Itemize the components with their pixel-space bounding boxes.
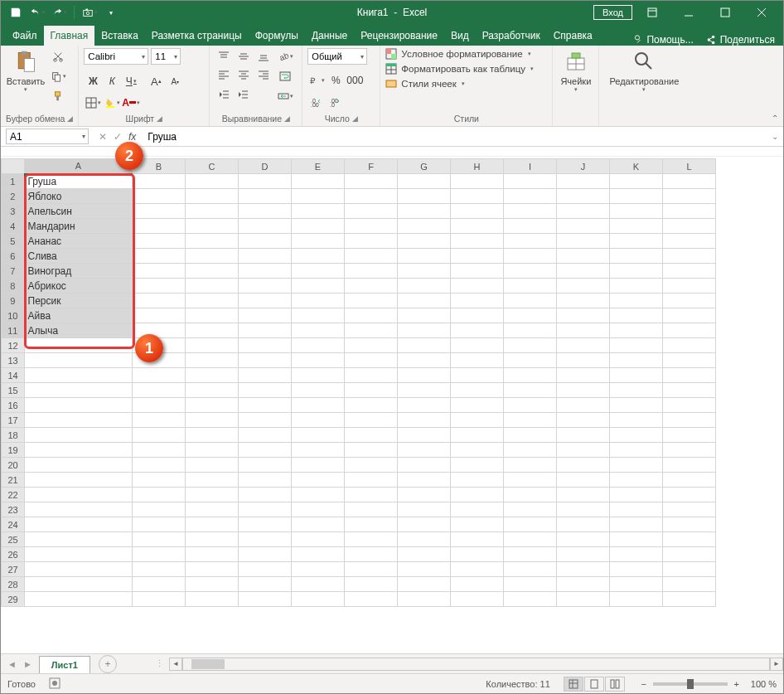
cell[interactable] [133,189,186,204]
cell[interactable] [239,577,292,592]
cell[interactable] [25,562,133,577]
cell[interactable] [133,473,186,488]
cell[interactable] [663,294,716,308]
cell[interactable] [133,294,186,308]
cell[interactable] [610,323,663,338]
cell[interactable] [239,458,292,473]
cell[interactable]: Апельсин [25,204,133,219]
cell[interactable] [186,502,239,517]
cell[interactable] [610,353,663,368]
cell[interactable] [239,234,292,249]
percent-icon[interactable]: % [327,71,345,90]
row-header[interactable]: 23 [2,502,25,517]
cell[interactable] [663,577,716,592]
col-header-G[interactable]: G [398,159,451,174]
cell[interactable] [398,294,451,308]
ribbon-tab-вид[interactable]: Вид [444,26,476,46]
cell[interactable] [398,577,451,592]
cell[interactable] [345,517,398,532]
cell[interactable] [133,547,186,562]
cell[interactable] [663,547,716,562]
cell[interactable] [133,308,186,323]
cell[interactable] [133,368,186,383]
cell[interactable] [663,204,716,219]
col-header-H[interactable]: H [451,159,504,174]
cell[interactable] [451,592,504,607]
paste-button[interactable]: Вставить ▾ [6,48,46,93]
col-header-J[interactable]: J [557,159,610,174]
cell[interactable] [292,189,345,204]
save-icon[interactable] [7,4,24,21]
cell[interactable] [345,502,398,517]
cell[interactable] [292,174,345,189]
cell[interactable] [25,502,133,517]
cell[interactable] [398,562,451,577]
cell[interactable] [239,279,292,294]
cell[interactable] [504,383,557,398]
cell[interactable] [610,547,663,562]
cell[interactable] [557,547,610,562]
cell[interactable]: Алыча [25,323,133,338]
row-header[interactable]: 13 [2,353,25,368]
cell[interactable] [557,428,610,443]
cell[interactable] [663,174,716,189]
cell[interactable] [345,443,398,458]
cell[interactable] [398,428,451,443]
ribbon-display-icon[interactable] [636,1,669,24]
cell[interactable] [186,517,239,532]
insert-function-icon[interactable]: fx [128,131,136,143]
cell[interactable] [610,264,663,279]
cell[interactable] [186,532,239,547]
row-header[interactable]: 4 [2,219,25,234]
formula-input[interactable]: Груша [143,127,767,146]
row-header[interactable]: 9 [2,294,25,308]
cell[interactable] [345,458,398,473]
cell[interactable] [610,592,663,607]
cell[interactable] [451,294,504,308]
row-header[interactable]: 10 [2,308,25,323]
cell[interactable] [292,249,345,264]
cell[interactable] [610,338,663,353]
align-left-icon[interactable] [215,66,233,83]
cell[interactable] [663,219,716,234]
cell[interactable] [186,592,239,607]
cell[interactable] [292,458,345,473]
cell[interactable] [504,368,557,383]
cell[interactable] [292,443,345,458]
cell[interactable] [451,279,504,294]
cell[interactable] [610,383,663,398]
ribbon-tab-разработчик[interactable]: Разработчик [476,26,547,46]
cell[interactable] [557,532,610,547]
cell[interactable] [610,532,663,547]
cell[interactable] [557,488,610,502]
cell[interactable] [239,219,292,234]
ribbon-tab-рецензирование[interactable]: Рецензирование [354,26,444,46]
cell[interactable] [557,517,610,532]
cell[interactable] [25,458,133,473]
cell[interactable] [186,473,239,488]
ribbon-tab-вставка[interactable]: Вставка [94,26,145,46]
hscroll-track[interactable] [182,658,770,671]
cell[interactable] [451,517,504,532]
cell[interactable] [504,592,557,607]
cell[interactable] [292,308,345,323]
cell[interactable] [451,488,504,502]
clipboard-launcher-icon[interactable]: ◢ [67,114,73,123]
cell[interactable] [25,547,133,562]
cell[interactable] [292,577,345,592]
row-header[interactable]: 20 [2,458,25,473]
cell[interactable] [504,189,557,204]
cell[interactable] [398,219,451,234]
cell[interactable] [504,264,557,279]
font-size-combo[interactable]: 11 [151,48,181,65]
align-center-icon[interactable] [235,66,253,83]
row-header[interactable]: 18 [2,428,25,443]
cell[interactable] [557,353,610,368]
cell[interactable] [292,338,345,353]
cell[interactable] [504,502,557,517]
cell[interactable] [186,219,239,234]
cell[interactable] [292,532,345,547]
row-header[interactable]: 21 [2,473,25,488]
cell[interactable] [663,502,716,517]
cell[interactable] [239,204,292,219]
